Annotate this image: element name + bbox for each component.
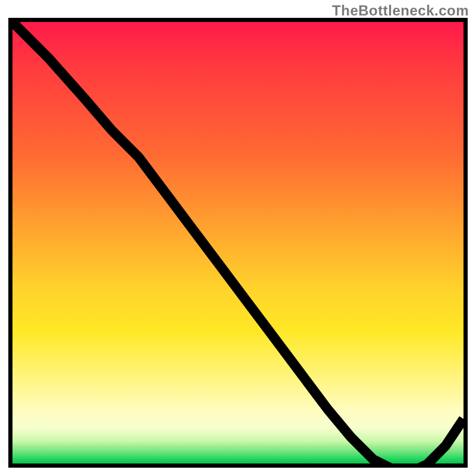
chart-svg [12,22,464,468]
watermark-label: TheBottleneck.com [332,2,469,19]
chart-stage: TheBottleneck.com [0,0,476,476]
plot-frame [8,18,468,468]
bottleneck-curve-line [12,22,464,468]
